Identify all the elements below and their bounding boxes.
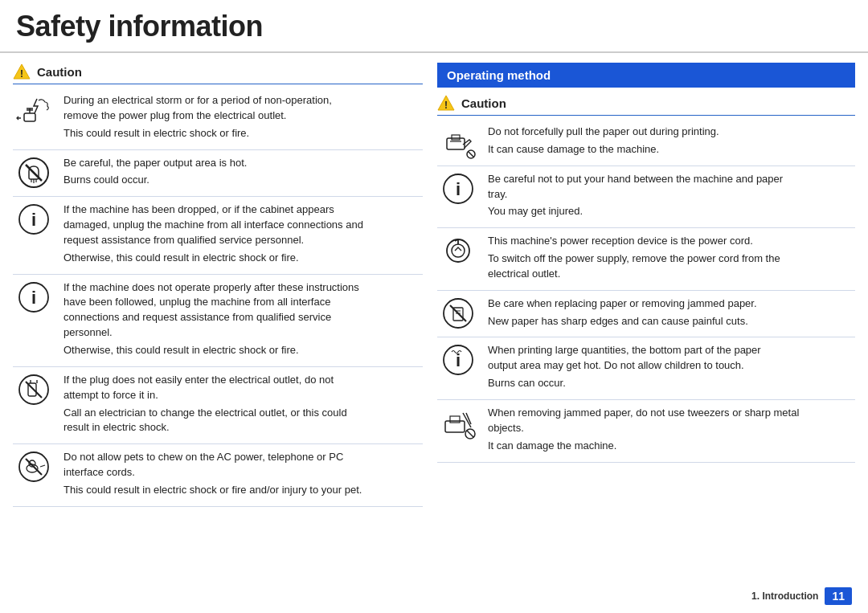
text-cell: Do not allow pets to chew on the AC powe… [59,444,423,507]
icon-cell [13,366,59,443]
improper-operation-icon: i [16,280,51,315]
icon-cell [437,228,484,291]
page: Safety information ! Caution [0,0,868,613]
row-text-secondary: This could result in electric shock or f… [63,126,419,141]
row-text: Be careful, the paper output area is hot… [63,156,419,171]
table-row: Be care when replacing paper or removing… [437,290,855,337]
page-footer: 1. Introduction 11 [751,587,852,605]
table-row: If the plug does not easily enter the el… [13,366,423,443]
row-text-secondary: Otherwise, this could result in electric… [63,251,419,266]
text-cell: If the plug does not easily enter the el… [59,366,423,443]
power-cord-icon [440,233,476,268]
right-caution-title: Caution [461,96,506,110]
row-text-secondary: You may get injured. [488,204,851,219]
page-title: Safety information [0,0,868,53]
row-text: If the machine does not operate properly… [63,280,419,341]
text-cell: Do not forcefully pull the paper out dur… [484,119,855,166]
row-text: This machine's power reception device is… [488,234,851,249]
icon-cell: i [437,166,484,228]
operating-method-header: Operating method [437,63,855,88]
icon-cell [13,88,59,149]
pull-paper-icon [440,124,476,159]
svg-line-51 [467,431,473,437]
row-text: When printing large quantities, the bott… [488,343,851,374]
svg-text:i: i [31,288,36,308]
row-text: Do not forcefully pull the paper out dur… [488,125,851,140]
left-caution-title: Caution [37,65,82,79]
right-table: Do not forcefully pull the paper out dur… [437,119,855,463]
row-text-secondary: Call an electrician to change the electr… [63,406,419,436]
content-area: ! Caution [0,53,868,517]
left-column: ! Caution [13,63,423,507]
icon-cell: i [13,274,59,366]
row-text: Be careful not to put your hand between … [488,172,851,202]
table-row: Do not allow pets to chew on the AC powe… [13,444,423,507]
svg-line-25 [40,465,45,467]
icon-cell [437,119,484,166]
text-cell: Be careful, the paper output area is hot… [59,149,423,197]
hot-bottom-icon: i [440,342,476,378]
table-row: Do not forcefully pull the paper out dur… [437,119,855,166]
row-text: Do not allow pets to chew on the AC powe… [63,450,419,480]
svg-line-8 [26,165,42,181]
svg-line-32 [469,152,474,157]
row-text: If the machine has been dropped, or if t… [63,202,419,248]
table-row: i Be careful not to put your hand betwee… [437,166,855,228]
electrical-storm-icon [16,92,51,128]
row-text-secondary: Otherwise, this could result in electric… [63,343,419,358]
icon-cell [437,290,484,337]
table-row: When removing jammed paper, do not use t… [437,399,855,462]
left-caution-header: ! Caution [13,63,423,84]
table-row: i If the machine does not operate proper… [13,274,423,366]
row-text: If the plug does not easily enter the el… [63,373,419,403]
caution-icon-left: ! [13,63,31,80]
hot-output-icon [16,155,51,190]
table-row: This machine's power reception device is… [437,228,855,291]
text-cell: During an electrical storm or for a peri… [59,88,423,149]
icon-cell: i [437,337,484,400]
table-row: During an electrical storm or for a peri… [13,88,423,149]
plug-no-force-icon [16,372,51,407]
svg-text:i: i [456,179,461,199]
text-cell: Be care when replacing paper or removing… [484,290,855,337]
page-number: 11 [825,587,852,605]
right-column: Operating method ! Caution [437,63,855,507]
table-row: i If the machine has been dropped, or if… [13,197,423,274]
footer-section-label: 1. Introduction [751,591,818,602]
row-text-secondary: Burns could occur. [63,173,419,188]
table-row: i When printing large quantities, the bo… [437,337,855,400]
row-text: When removing jammed paper, do not use t… [488,406,851,436]
icon-cell [13,149,59,197]
svg-text:i: i [31,210,36,230]
row-text-secondary: This could result in electric shock or f… [63,483,419,498]
operating-method-title: Operating method [447,68,551,82]
text-cell: When printing large quantities, the bott… [484,337,855,400]
row-text: During an electrical storm or for a peri… [63,93,419,124]
text-cell: When removing jammed paper, do not use t… [484,399,855,462]
row-text-secondary: Burns can occur. [488,376,851,391]
hand-between-icon: i [440,171,476,206]
dropped-machine-icon: i [16,202,51,237]
row-text-secondary: New paper has sharp edges and can cause … [488,314,851,329]
svg-rect-47 [450,416,460,423]
svg-rect-2 [24,113,35,121]
text-cell: This machine's power reception device is… [484,228,855,291]
row-text-secondary: It can cause damage to the machine. [488,142,851,157]
row-text-secondary: It can damage the machine. [488,439,851,454]
svg-rect-30 [452,135,460,140]
row-text: Be care when replacing paper or removing… [488,296,851,312]
right-caution-header: ! Caution [437,94,855,116]
icon-cell: i [13,197,59,274]
jammed-paper-icon [440,405,476,440]
svg-point-36 [452,244,465,257]
text-cell: If the machine has been dropped, or if t… [59,197,423,274]
text-cell: If the machine does not operate properly… [59,274,423,366]
icon-cell [437,399,484,462]
caution-icon-right: ! [437,94,455,112]
svg-text:!: ! [444,100,448,111]
svg-text:!: ! [20,68,23,80]
sharp-paper-icon [440,296,476,331]
left-table: During an electrical storm or for a peri… [13,88,423,507]
table-row: Be careful, the paper output area is hot… [13,149,423,197]
icon-cell [13,444,59,507]
